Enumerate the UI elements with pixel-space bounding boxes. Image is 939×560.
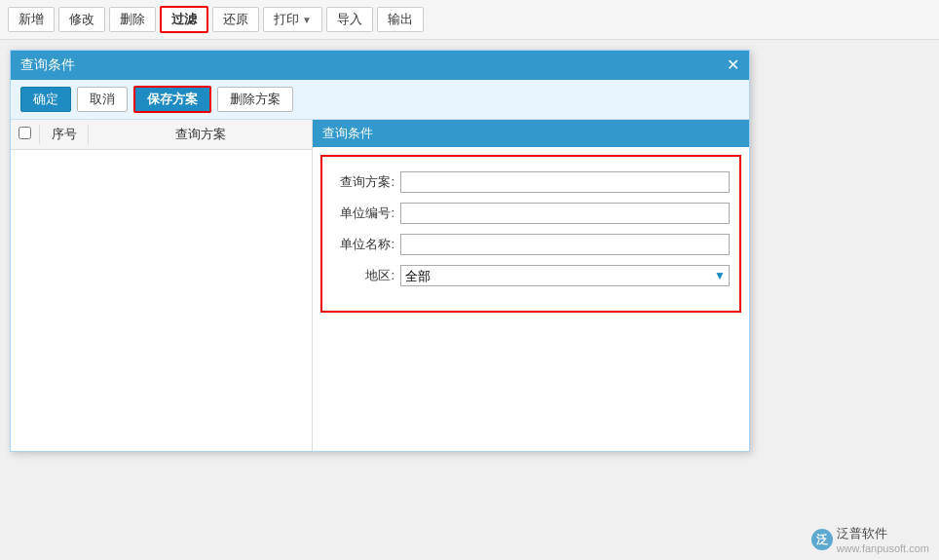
unit-code-label: 单位编号: <box>332 205 400 222</box>
dialog-body: 序号 查询方案 查询条件 查询方案: 单位编号: <box>11 120 749 451</box>
confirm-button[interactable]: 确定 <box>20 87 71 112</box>
dialog-titlebar: 查询条件 ✕ <box>11 51 749 80</box>
query-panel: 查询条件 查询方案: 单位编号: 单位名称: <box>313 120 749 451</box>
form-row-unit-code: 单位编号: <box>332 203 730 224</box>
watermark-url: www.fanpusoft.com <box>837 542 929 554</box>
dialog-title: 查询条件 <box>20 56 75 74</box>
select-all-checkbox[interactable] <box>19 127 31 139</box>
scheme-panel: 序号 查询方案 <box>11 120 313 451</box>
query-panel-body: 查询方案: 单位编号: 单位名称: 地区: <box>320 155 741 313</box>
import-button[interactable]: 导入 <box>326 7 373 32</box>
region-select[interactable]: 全部 华北 华南 华东 西南 东北 <box>400 265 730 286</box>
delete-button[interactable]: 删除 <box>109 7 156 32</box>
scheme-table-header: 序号 查询方案 <box>11 120 312 150</box>
query-scheme-label: 查询方案: <box>332 173 400 191</box>
header-seq-col: 序号 <box>40 124 89 145</box>
watermark-logo: 泛 <box>811 529 833 550</box>
query-dialog: 查询条件 ✕ 确定 取消 保存方案 删除方案 序号 查询方案 <box>10 50 750 452</box>
edit-button[interactable]: 修改 <box>58 7 105 32</box>
export-button[interactable]: 输出 <box>377 7 424 32</box>
header-name-col: 查询方案 <box>89 124 312 145</box>
watermark-info: 泛普软件 www.fanpusoft.com <box>837 525 929 554</box>
unit-code-input[interactable] <box>400 203 730 224</box>
cancel-button[interactable]: 取消 <box>77 87 128 112</box>
restore-button[interactable]: 还原 <box>212 7 259 32</box>
add-button[interactable]: 新增 <box>8 7 55 32</box>
form-row-unit-name: 单位名称: <box>332 234 730 255</box>
unit-name-label: 单位名称: <box>332 236 400 253</box>
form-row-region: 地区: 全部 华北 华南 华东 西南 东北 ▼ <box>332 265 730 286</box>
query-panel-title: 查询条件 <box>313 120 749 147</box>
dialog-actionbar: 确定 取消 保存方案 删除方案 <box>11 80 749 120</box>
header-checkbox-col <box>11 125 40 144</box>
main-area: 查询条件 ✕ 确定 取消 保存方案 删除方案 序号 查询方案 <box>0 40 939 560</box>
print-button[interactable]: 打印 ▼ <box>263 7 322 32</box>
form-row-query-scheme: 查询方案: <box>332 171 730 193</box>
query-scheme-input[interactable] <box>400 171 730 193</box>
scheme-table-body <box>11 150 312 451</box>
region-select-wrap: 全部 华北 华南 华东 西南 东北 ▼ <box>400 265 730 286</box>
region-label: 地区: <box>332 267 400 284</box>
unit-name-input[interactable] <box>400 234 730 255</box>
save-scheme-button[interactable]: 保存方案 <box>133 86 211 113</box>
toolbar: 新增 修改 删除 过滤 还原 打印 ▼ 导入 输出 <box>0 0 939 40</box>
delete-scheme-button[interactable]: 删除方案 <box>217 87 293 112</box>
watermark-company: 泛普软件 <box>837 526 887 541</box>
filter-button[interactable]: 过滤 <box>160 6 208 33</box>
watermark: 泛 泛普软件 www.fanpusoft.com <box>811 525 929 554</box>
print-arrow-icon: ▼ <box>302 15 312 25</box>
dialog-close-button[interactable]: ✕ <box>727 57 739 73</box>
